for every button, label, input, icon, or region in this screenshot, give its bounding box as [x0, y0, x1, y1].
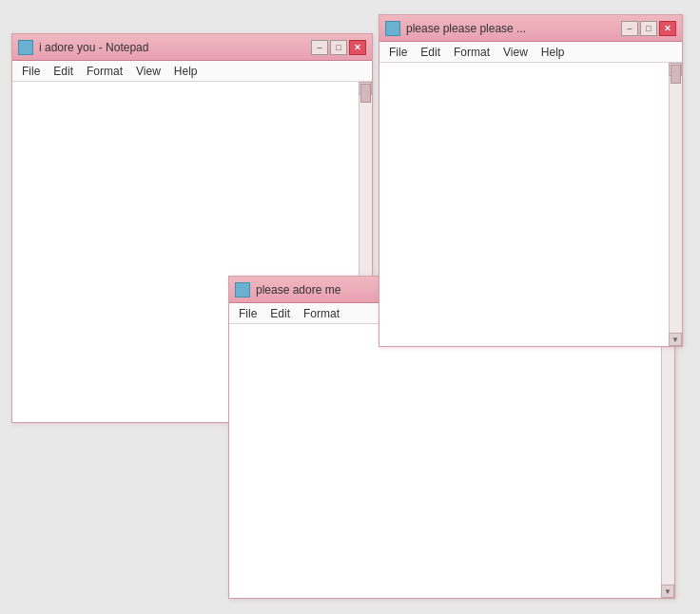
- menu-help-2[interactable]: Help: [535, 44, 571, 61]
- restore-button-2[interactable]: □: [640, 21, 657, 36]
- notepad-icon-2: [385, 21, 400, 36]
- window-2[interactable]: please please please ... – □ ✕ File Edit…: [379, 14, 683, 347]
- menu-format-1[interactable]: Format: [81, 63, 128, 80]
- window-controls-2: – □ ✕: [621, 21, 676, 36]
- text-area-2[interactable]: ▲ ▼: [379, 63, 682, 346]
- menu-edit-3[interactable]: Edit: [264, 305, 296, 322]
- minimize-button-1[interactable]: –: [311, 40, 328, 55]
- menu-view-1[interactable]: View: [130, 63, 166, 80]
- menu-file-2[interactable]: File: [383, 44, 413, 61]
- menu-format-2[interactable]: Format: [448, 44, 496, 61]
- menu-bar-2: File Edit Format View Help: [379, 42, 682, 63]
- title-bar-1: i adore you - Notepad – □ ✕: [12, 34, 372, 61]
- scrollbar-right-2[interactable]: ▲ ▼: [669, 63, 682, 346]
- close-button-2[interactable]: ✕: [659, 21, 676, 36]
- restore-button-1[interactable]: □: [330, 40, 347, 55]
- menu-view-2[interactable]: View: [497, 44, 534, 61]
- scroll-thumb-2[interactable]: [671, 65, 681, 84]
- notepad-icon-3: [235, 282, 250, 297]
- menu-format-3[interactable]: Format: [298, 305, 345, 322]
- window-title-1: i adore you - Notepad: [39, 41, 311, 54]
- menu-file-1[interactable]: File: [16, 63, 46, 80]
- text-area-3[interactable]: ▲ ▼: [229, 324, 674, 598]
- minimize-button-2[interactable]: –: [621, 21, 638, 36]
- scroll-down-3[interactable]: ▼: [661, 585, 674, 598]
- menu-help-1[interactable]: Help: [168, 63, 204, 80]
- window-title-2: please please please ...: [406, 22, 621, 35]
- scroll-thumb-1[interactable]: [360, 84, 371, 103]
- title-bar-2: please please please ... – □ ✕: [379, 15, 682, 42]
- menu-bar-1: File Edit Format View Help: [12, 61, 372, 82]
- window-controls-1: – □ ✕: [311, 40, 366, 55]
- scroll-down-2[interactable]: ▼: [669, 333, 682, 346]
- menu-file-3[interactable]: File: [233, 305, 262, 322]
- menu-edit-2[interactable]: Edit: [415, 44, 446, 61]
- menu-edit-1[interactable]: Edit: [48, 63, 79, 80]
- close-button-1[interactable]: ✕: [349, 40, 366, 55]
- scrollbar-right-3[interactable]: ▲ ▼: [661, 324, 674, 598]
- notepad-icon-1: [18, 40, 33, 55]
